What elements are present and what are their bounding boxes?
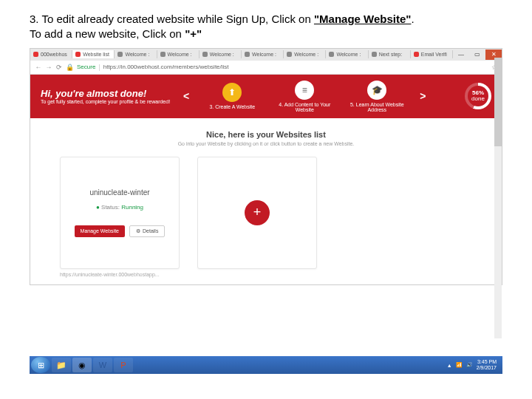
- tray-flag-icon[interactable]: ▲: [447, 363, 452, 368]
- url-text[interactable]: https://in.000webhost.com/members/websit…: [103, 64, 229, 70]
- add-website-card[interactable]: +: [197, 157, 317, 269]
- window-maximize-button[interactable]: ▭: [469, 50, 485, 60]
- window-minimize-button[interactable]: —: [453, 50, 469, 60]
- tab-bar: 000webhos Website list Welcome : Welcome…: [30, 49, 502, 61]
- back-icon[interactable]: ←: [35, 64, 42, 71]
- instruction-text: 3. To edit already created website while…: [0, 0, 532, 48]
- details-button[interactable]: ⚙Details: [129, 225, 165, 237]
- browser-tab[interactable]: Next step:: [369, 50, 411, 58]
- banner-heading: Hi, you're almost done! To get fully sta…: [41, 88, 170, 104]
- step-add-content[interactable]: ≡ 4. Add Content to Your Website: [275, 81, 334, 112]
- page-subtitle: Go into your Website by clicking on it o…: [60, 141, 472, 146]
- taskbar-folder-icon[interactable]: 📁: [52, 358, 71, 372]
- scrollbar[interactable]: [494, 58, 502, 338]
- chevron-right-icon[interactable]: >: [420, 90, 426, 102]
- tray-volume-icon[interactable]: 🔊: [466, 362, 473, 368]
- browser-tab[interactable]: Welcome :: [326, 50, 368, 58]
- browser-tab[interactable]: Welcome :: [242, 50, 284, 58]
- lock-icon: 🔒: [66, 64, 74, 71]
- chevron-left-icon[interactable]: <: [183, 90, 189, 102]
- reload-icon[interactable]: ⟳: [55, 64, 63, 71]
- windows-taskbar: ⊞ 📁 ◉ W P ▲ 📶 🔊 3:45 PM2/9/2017: [30, 356, 502, 374]
- browser-tab[interactable]: Email Verifi: [411, 50, 453, 58]
- step-learn-address[interactable]: 🎓 5. Learn About Website Address: [347, 81, 406, 112]
- browser-tab[interactable]: Welcome :: [284, 50, 326, 58]
- system-tray[interactable]: ▲ 📶 🔊 3:45 PM2/9/2017: [447, 359, 501, 370]
- browser-tab-active[interactable]: Website list: [72, 50, 115, 58]
- plus-icon: +: [245, 200, 270, 225]
- list-icon: ≡: [295, 81, 314, 100]
- taskbar-powerpoint-icon[interactable]: P: [114, 358, 133, 372]
- browser-tab[interactable]: 000webhos: [30, 50, 72, 58]
- graduation-icon: 🎓: [367, 81, 386, 100]
- site-status: ● Status: Running: [96, 204, 143, 211]
- start-button[interactable]: ⊞: [31, 357, 50, 373]
- taskbar-chrome-icon[interactable]: ◉: [72, 358, 92, 372]
- forward-icon[interactable]: →: [45, 64, 52, 71]
- browser-tab[interactable]: Welcome :: [115, 50, 157, 58]
- taskbar-clock[interactable]: 3:45 PM2/9/2017: [477, 359, 497, 370]
- upload-icon: ⬆: [222, 83, 242, 102]
- tray-network-icon[interactable]: 📶: [456, 362, 463, 368]
- taskbar-word-icon[interactable]: W: [93, 358, 112, 372]
- browser-window: 000webhos Website list Welcome : Welcome…: [30, 48, 502, 285]
- manage-website-button[interactable]: Manage Website: [75, 225, 125, 237]
- secure-label: Secure: [77, 64, 95, 70]
- gear-icon: ⚙: [136, 228, 140, 234]
- browser-tab[interactable]: Welcome :: [157, 50, 200, 58]
- browser-tab[interactable]: Welcome :: [200, 50, 242, 58]
- step-create-website[interactable]: ⬆ 3. Create A Website: [202, 83, 262, 109]
- site-url: https://uninucleate-winter.000webhostapp…: [60, 272, 178, 277]
- page-content: Hi, you're almost done! To get fully sta…: [30, 75, 502, 284]
- onboarding-banner: Hi, you're almost done! To get fully sta…: [30, 75, 502, 118]
- website-card[interactable]: uninucleate-winter ● Status: Running Man…: [60, 157, 180, 269]
- page-title: Nice, here is your Websites list: [60, 130, 472, 139]
- site-name: uninucleate-winter: [89, 188, 149, 197]
- address-bar: ← → ⟳ 🔒 Secure | https://in.000webhost.c…: [30, 61, 502, 75]
- progress-donut: 56%done: [465, 83, 491, 109]
